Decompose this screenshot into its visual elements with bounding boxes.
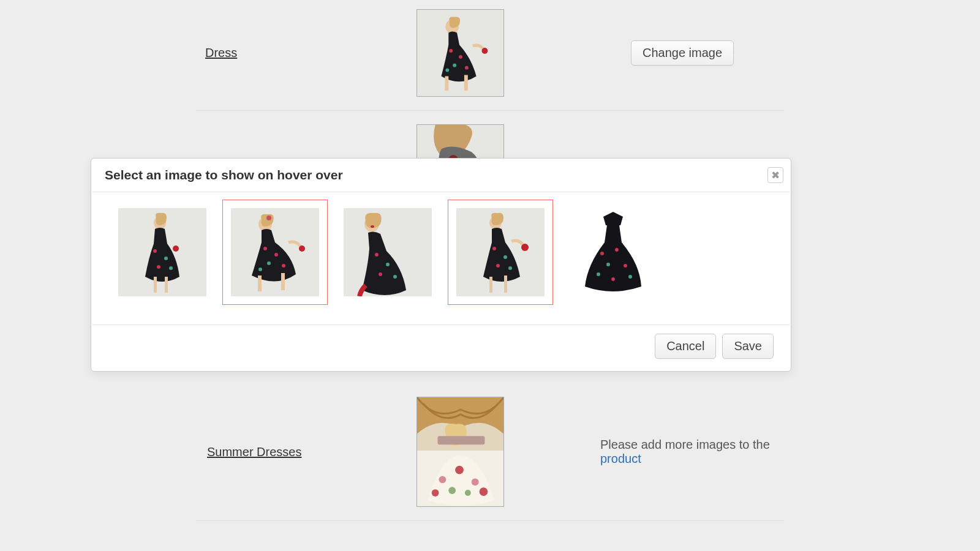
svg-rect-32 — [165, 277, 168, 293]
image-option-thumb — [118, 208, 206, 296]
image-option-thumb — [456, 208, 545, 296]
image-option-thumb — [231, 208, 319, 296]
image-option[interactable] — [448, 200, 553, 305]
svg-point-40 — [282, 264, 285, 268]
image-option[interactable] — [560, 200, 666, 305]
product-name-cell: Summer Dresses — [196, 445, 417, 459]
svg-point-50 — [379, 272, 382, 276]
svg-point-48 — [375, 253, 379, 257]
product-link-inline[interactable]: product — [600, 452, 641, 465]
svg-point-54 — [492, 247, 496, 250]
image-option[interactable] — [110, 200, 215, 305]
product-image-cell — [417, 397, 594, 507]
svg-point-6 — [445, 69, 449, 72]
save-button[interactable]: Save — [722, 334, 774, 359]
svg-rect-58 — [489, 277, 492, 293]
dress-photo — [417, 9, 503, 97]
svg-point-41 — [258, 268, 262, 271]
svg-point-44 — [299, 246, 305, 252]
svg-rect-8 — [464, 75, 468, 91]
svg-point-33 — [173, 246, 179, 252]
svg-point-68 — [611, 277, 615, 281]
svg-point-60 — [521, 244, 529, 251]
svg-point-57 — [508, 266, 512, 270]
svg-rect-59 — [504, 276, 507, 293]
product-thumbnail[interactable] — [417, 9, 504, 97]
svg-point-4 — [453, 64, 456, 67]
product-action-cell: Please add more images to the product — [594, 438, 784, 466]
add-images-hint: Please add more images to the product — [600, 438, 784, 466]
product-image-cell — [417, 9, 594, 97]
svg-point-63 — [615, 248, 619, 252]
change-image-button[interactable]: Change image — [631, 40, 734, 66]
image-picker — [102, 200, 780, 305]
hint-text: Please add more images to the — [600, 438, 770, 451]
svg-point-5 — [465, 66, 469, 70]
svg-point-47 — [371, 225, 374, 228]
svg-point-20 — [448, 487, 456, 494]
svg-rect-43 — [281, 273, 285, 290]
svg-point-22 — [480, 487, 488, 496]
modal-title: Select an image to show on hover over — [105, 168, 343, 182]
svg-point-51 — [393, 275, 397, 279]
svg-point-2 — [449, 49, 453, 53]
product-link-summer-dresses[interactable]: Summer Dresses — [207, 445, 301, 459]
modal-header: Select an image to show on hover over ✖ — [91, 159, 791, 192]
svg-point-3 — [459, 55, 462, 59]
cancel-button[interactable]: Cancel — [655, 334, 716, 359]
product-link-dress[interactable]: Dress — [205, 46, 237, 59]
product-thumbnail[interactable] — [417, 397, 504, 507]
image-option-thumb — [569, 208, 657, 296]
svg-point-17 — [439, 476, 446, 483]
product-action-cell: Change image — [594, 40, 784, 66]
svg-point-39 — [267, 261, 271, 265]
product-name-cell: Dress — [196, 46, 417, 60]
svg-point-49 — [386, 263, 390, 266]
svg-rect-7 — [445, 76, 448, 91]
close-button[interactable]: ✖ — [767, 167, 783, 183]
svg-point-23 — [432, 489, 439, 497]
svg-point-56 — [496, 264, 500, 268]
product-row: Summer Dresses — [196, 397, 784, 521]
summer-dress-photo — [417, 397, 503, 507]
svg-point-9 — [482, 48, 488, 54]
select-hover-image-modal: Select an image to show on hover over ✖ — [91, 158, 791, 372]
svg-point-65 — [624, 264, 627, 268]
svg-point-62 — [600, 252, 604, 255]
svg-rect-31 — [154, 277, 157, 293]
svg-point-64 — [606, 263, 610, 266]
svg-point-55 — [503, 255, 507, 259]
svg-point-38 — [274, 253, 278, 257]
svg-point-27 — [153, 249, 157, 253]
svg-point-21 — [465, 490, 471, 496]
modal-footer: Cancel Save — [91, 325, 791, 371]
svg-point-67 — [628, 275, 632, 279]
close-icon: ✖ — [771, 169, 780, 182]
svg-rect-24 — [438, 436, 485, 444]
svg-point-37 — [263, 247, 267, 250]
svg-point-36 — [266, 216, 271, 220]
svg-point-28 — [164, 257, 168, 260]
svg-point-18 — [455, 466, 464, 474]
svg-point-30 — [169, 266, 173, 270]
image-option[interactable] — [222, 200, 328, 305]
product-row: Dress Change image — [196, 9, 784, 111]
modal-body — [92, 192, 790, 325]
svg-point-66 — [597, 272, 600, 276]
image-option-thumb — [344, 208, 432, 296]
image-option[interactable] — [335, 200, 440, 305]
svg-point-19 — [472, 478, 479, 485]
svg-point-29 — [157, 265, 160, 269]
svg-rect-42 — [258, 276, 262, 291]
